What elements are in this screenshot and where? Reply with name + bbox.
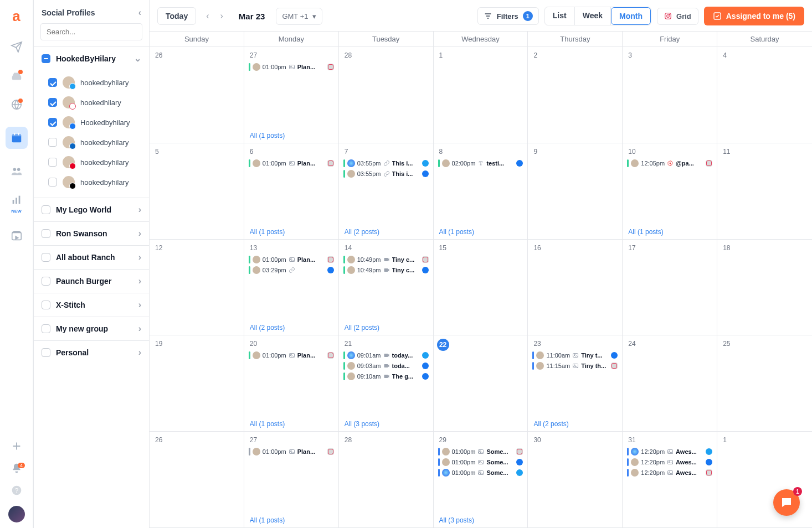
calendar-cell[interactable]: 19 — [150, 335, 244, 432]
group-row[interactable]: My new group› — [34, 317, 149, 340]
account-checkbox[interactable] — [48, 178, 57, 187]
group-row[interactable]: X-Stitch› — [34, 293, 149, 317]
calendar-cell[interactable]: 30 — [528, 432, 623, 528]
calendar-event[interactable]: 12:20pm Awes... — [626, 468, 713, 477]
calendar-cell[interactable]: 7 03:55pm This i... 03:55pm This i... Al… — [339, 143, 434, 240]
calendar-event[interactable]: 01:00pm Some... — [437, 447, 525, 456]
assigned-button[interactable]: Assigned to me (5) — [704, 7, 804, 25]
calendar-cell[interactable]: 4 — [717, 47, 812, 143]
prev-period-icon[interactable]: ‹ — [206, 11, 209, 21]
calendar-cell[interactable]: 8 02:00pm testi... All (1 posts) — [434, 143, 528, 240]
group-checkbox[interactable] — [42, 324, 50, 333]
add-icon[interactable] — [10, 439, 23, 453]
calendar-event[interactable]: 11:00am Tiny t... — [531, 351, 619, 360]
account-row[interactable]: hookedbyhilary — [34, 73, 149, 92]
calendar-event[interactable]: 12:05pm @pa... — [626, 159, 713, 168]
help-icon[interactable]: ? — [10, 484, 23, 497]
timezone-select[interactable]: GMT +1 ▾ — [276, 8, 322, 25]
account-row[interactable]: hookedhilary — [34, 92, 149, 112]
calendar-icon[interactable] — [6, 127, 28, 149]
calendar-cell[interactable]: 28 — [339, 47, 434, 143]
calendar-event[interactable]: 03:55pm This i... — [342, 159, 430, 168]
group-row[interactable]: Personal› — [34, 340, 149, 364]
group-checkbox[interactable] — [42, 277, 50, 286]
group-checkbox[interactable] — [42, 205, 50, 214]
view-week[interactable]: Week — [575, 7, 611, 25]
next-period-icon[interactable]: › — [220, 11, 223, 21]
account-checkbox[interactable] — [48, 158, 57, 167]
calendar-cell[interactable]: 22 — [434, 335, 528, 432]
analytics-icon[interactable] — [10, 193, 23, 206]
calendar-cell[interactable]: 11 — [717, 143, 812, 240]
calendar-cell[interactable]: 6 01:00pm Plan... All (1 posts) — [244, 143, 339, 240]
calendar-cell[interactable]: 24 — [623, 335, 717, 432]
calendar-cell[interactable]: 17 — [623, 240, 717, 336]
calendar-cell[interactable]: 1 — [434, 47, 528, 143]
group-checkbox[interactable] — [42, 54, 50, 63]
all-posts-link[interactable]: All (1 posts) — [248, 515, 335, 525]
calendar-cell[interactable]: 13 01:00pm Plan... 03:29pm All (2 posts) — [244, 240, 339, 336]
group-checkbox[interactable] — [42, 229, 50, 238]
media-library-icon[interactable] — [10, 229, 23, 242]
group-checkbox[interactable] — [42, 301, 50, 309]
calendar-cell[interactable]: 23 11:00am Tiny t... 11:15am Tiny th... … — [528, 335, 623, 432]
group-checkbox[interactable] — [42, 348, 50, 357]
calendar-cell[interactable]: 29 01:00pm Some... 01:00pm Some... — [434, 432, 528, 528]
calendar-event[interactable]: 03:55pm This i... — [342, 169, 430, 178]
all-posts-link[interactable]: All (1 posts) — [248, 419, 335, 429]
search-input[interactable] — [45, 27, 141, 37]
group-row[interactable]: Ron Swanson› — [34, 221, 149, 245]
calendar-cell[interactable]: 18 — [717, 240, 812, 336]
calendar-event[interactable]: 10:49pm Tiny c... — [342, 266, 430, 275]
view-grid[interactable]: Grid — [657, 8, 698, 25]
calendar-event[interactable]: 01:00pm Plan... — [248, 351, 335, 360]
group-row[interactable]: My Lego World› — [34, 198, 149, 221]
group-checkbox[interactable] — [42, 253, 50, 262]
group-row[interactable]: HookedByHilary⌄ — [34, 46, 149, 70]
calendar-event[interactable]: 01:00pm Plan... — [248, 159, 335, 168]
today-button[interactable]: Today — [157, 7, 196, 25]
compose-icon[interactable] — [10, 40, 23, 54]
view-list[interactable]: List — [545, 7, 575, 25]
calendar-cell[interactable]: 10 12:05pm @pa... All (1 posts) — [623, 143, 717, 240]
calendar-cell[interactable]: 26 — [150, 432, 244, 528]
account-checkbox[interactable] — [48, 138, 57, 147]
calendar-event[interactable]: 03:29pm — [248, 266, 335, 275]
calendar-cell[interactable]: 1 — [717, 432, 812, 528]
calendar-cell[interactable]: 2 — [528, 47, 623, 143]
chat-fab[interactable]: 1 — [773, 489, 800, 516]
calendar-event[interactable]: 11:15am Tiny th... — [531, 361, 619, 370]
calendar-cell[interactable]: 5 — [150, 143, 244, 240]
account-row[interactable]: hookedbyhilary — [34, 132, 149, 152]
calendar-cell[interactable]: 16 — [528, 240, 623, 336]
notifications-icon[interactable]: 4 — [10, 462, 23, 475]
account-row[interactable]: hookedbyhilary — [34, 172, 149, 192]
calendar-cell[interactable]: 12 — [150, 240, 244, 336]
calendar-cell[interactable]: 26 — [150, 47, 244, 143]
user-avatar[interactable] — [8, 506, 25, 522]
calendar-event[interactable]: 10:49pm Tiny c... — [342, 255, 430, 264]
all-posts-link[interactable]: All (2 posts) — [531, 419, 619, 429]
calendar-event[interactable]: 01:00pm Some... — [437, 468, 525, 477]
all-posts-link[interactable]: All (3 posts) — [437, 515, 525, 525]
view-month[interactable]: Month — [611, 7, 651, 25]
all-posts-link[interactable]: All (2 posts) — [248, 323, 335, 333]
calendar-event[interactable]: 02:00pm testi... — [437, 159, 525, 168]
calendar-cell[interactable]: 27 01:00pm Plan... All (1 posts) — [244, 47, 339, 143]
calendar-event[interactable]: 09:01am today... — [342, 351, 430, 360]
calendar-cell[interactable]: 14 10:49pm Tiny c... 10:49pm Tiny c... A… — [339, 240, 434, 336]
calendar-cell[interactable]: 20 01:00pm Plan... All (1 posts) — [244, 335, 339, 432]
calendar-event[interactable]: 01:00pm Some... — [437, 458, 525, 467]
group-row[interactable]: All about Ranch› — [34, 245, 149, 269]
collapse-panel-icon[interactable]: ‹ — [138, 8, 141, 18]
calendar-event[interactable]: 01:00pm Plan... — [248, 255, 335, 264]
calendar-event[interactable]: 12:20pm Awes... — [626, 447, 713, 456]
account-checkbox[interactable] — [48, 78, 57, 87]
filters-button[interactable]: Filters 1 — [477, 7, 539, 25]
all-posts-link[interactable]: All (2 posts) — [342, 323, 430, 333]
calendar-cell[interactable]: 25 — [717, 335, 812, 432]
team-icon[interactable] — [10, 164, 23, 178]
inbox-icon[interactable] — [10, 69, 23, 82]
account-checkbox[interactable] — [48, 98, 57, 107]
account-row[interactable]: hookedbyhilary — [34, 152, 149, 172]
